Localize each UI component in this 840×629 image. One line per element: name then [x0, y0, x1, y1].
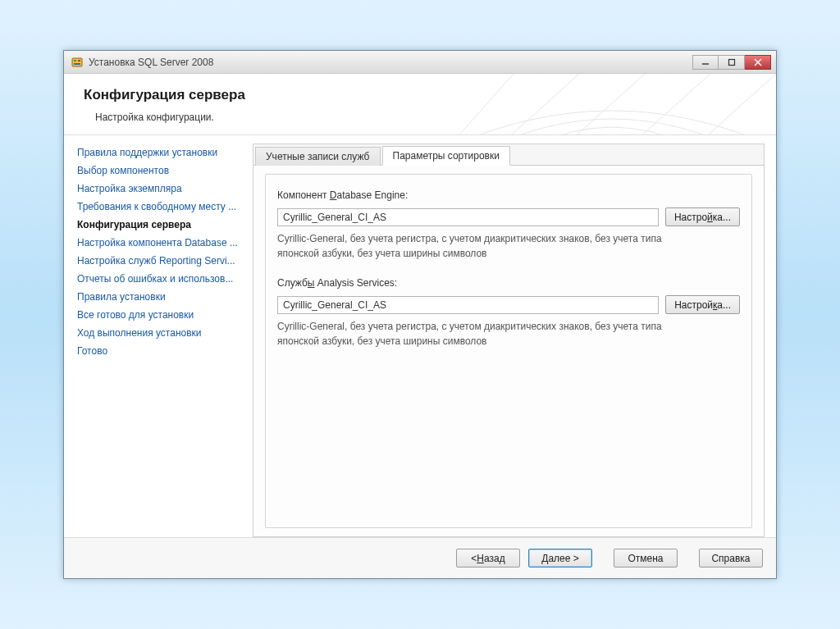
step-feature-selection[interactable]: Выбор компонентов: [75, 162, 244, 180]
svg-rect-0: [72, 58, 82, 66]
back-button[interactable]: < Назад: [456, 549, 520, 567]
app-icon: [71, 56, 84, 69]
window-controls: [692, 55, 771, 70]
svg-rect-3: [74, 63, 80, 65]
step-install-progress[interactable]: Ход выполнения установки: [75, 324, 244, 342]
next-button[interactable]: Далее >: [528, 549, 592, 567]
svg-rect-5: [728, 59, 734, 65]
step-reporting-services[interactable]: Настройка служб Reporting Servi...: [75, 252, 244, 270]
svg-rect-2: [78, 60, 80, 62]
window-title: Установка SQL Server 2008: [89, 57, 692, 68]
db-engine-customize-button[interactable]: Настройка...: [665, 207, 740, 226]
db-engine-label: Компонент Database Engine:: [277, 189, 740, 201]
cancel-button[interactable]: Отмена: [614, 549, 678, 567]
step-database-engine[interactable]: Настройка компонента Database ...: [75, 234, 244, 252]
analysis-label: Службы Analysis Services:: [277, 277, 740, 289]
tab-service-accounts[interactable]: Учетные записи служб: [255, 147, 381, 166]
help-button[interactable]: Справка: [699, 549, 763, 567]
tab-content: Компонент Database Engine: Cyrillic_Gene…: [253, 166, 764, 536]
step-complete[interactable]: Готово: [75, 342, 244, 360]
step-disk-space[interactable]: Требования к свободному месту ...: [75, 198, 244, 216]
step-install-rules[interactable]: Правила поддержки установки: [75, 144, 244, 162]
content-panel: Учетные записи служб Параметры сортировк…: [253, 144, 765, 537]
step-ready-install[interactable]: Все готово для установки: [75, 306, 244, 324]
step-server-config[interactable]: Конфигурация сервера: [75, 216, 244, 234]
close-button[interactable]: [745, 55, 771, 70]
wizard-footer: < Назад Далее > Отмена Справка: [64, 537, 776, 578]
tab-collation[interactable]: Параметры сортировки: [382, 146, 510, 166]
step-error-reporting[interactable]: Отчеты об ошибках и использов...: [75, 270, 244, 288]
minimize-button[interactable]: [692, 55, 719, 70]
maximize-button[interactable]: [719, 55, 745, 70]
page-subtitle: Настройка конфигурации.: [95, 112, 756, 123]
step-install-rules-2[interactable]: Правила установки: [75, 288, 244, 306]
tab-strip: Учетные записи служб Параметры сортировк…: [253, 144, 764, 166]
wizard-steps-sidebar: Правила поддержки установки Выбор компон…: [75, 144, 253, 537]
db-engine-collation-description: Cyrillic-General, без учета регистра, с …: [277, 231, 671, 261]
titlebar[interactable]: Установка SQL Server 2008: [64, 51, 776, 74]
step-instance-config[interactable]: Настройка экземпляра: [75, 180, 244, 198]
analysis-customize-button[interactable]: Настройка...: [665, 295, 740, 314]
header-panel: Конфигурация сервера Настройка конфигура…: [64, 74, 776, 135]
body: Правила поддержки установки Выбор компон…: [64, 135, 776, 537]
collation-group: Компонент Database Engine: Cyrillic_Gene…: [265, 174, 752, 528]
installer-window: Установка SQL Server 2008 Конфигурация с…: [63, 50, 777, 579]
svg-rect-1: [74, 60, 76, 62]
page-title: Конфигурация сервера: [84, 87, 756, 103]
analysis-collation-input[interactable]: Cyrillic_General_CI_AS: [277, 296, 659, 314]
analysis-collation-description: Cyrillic-General, без учета регистра, с …: [277, 319, 671, 349]
db-engine-collation-input[interactable]: Cyrillic_General_CI_AS: [277, 208, 659, 226]
